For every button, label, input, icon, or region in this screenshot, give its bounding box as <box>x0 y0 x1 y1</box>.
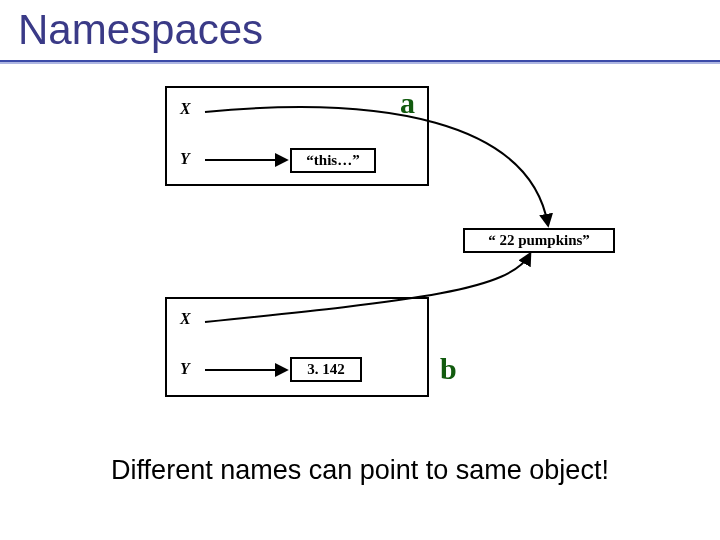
value-y-a: “this…” <box>290 148 376 173</box>
namespace-label-b: b <box>440 352 457 386</box>
namespace-box-b <box>165 297 429 397</box>
var-y-a: Y <box>180 150 190 168</box>
slide-title: Namespaces <box>18 6 263 56</box>
var-x-b: X <box>180 310 191 328</box>
shared-object: “ 22 pumpkins” <box>463 228 615 253</box>
value-y-b: 3. 142 <box>290 357 362 382</box>
var-x-a: X <box>180 100 191 118</box>
var-y-b: Y <box>180 360 190 378</box>
namespace-label-a: a <box>400 86 415 120</box>
title-rule <box>0 60 720 64</box>
slide: Namespaces X Y “this…” a “ 22 pumpkins” … <box>0 0 720 540</box>
slide-caption: Different names can point to same object… <box>0 455 720 486</box>
